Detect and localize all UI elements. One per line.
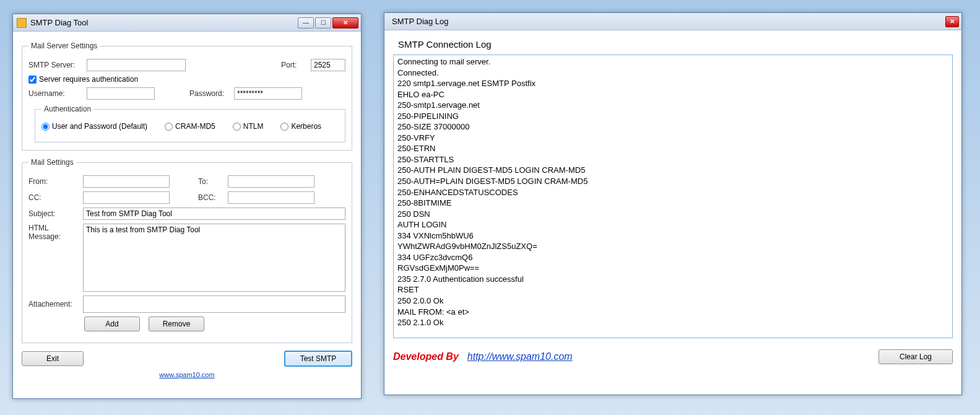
authentication-legend: Authentication [41, 105, 93, 113]
cc-label: CC: [28, 193, 78, 202]
html-message-textarea[interactable] [83, 224, 345, 292]
add-button[interactable]: Add [84, 317, 140, 331]
log-textbox[interactable]: Connecting to mail server. Connected. 22… [393, 55, 953, 338]
mail-settings-legend: Mail Settings [28, 158, 76, 167]
requires-auth-checkbox[interactable]: Server requires authentication [28, 75, 138, 84]
mail-server-settings-group: Mail Server Settings SMTP Server: Port: … [22, 42, 352, 151]
smtp-server-label: SMTP Server: [28, 61, 82, 69]
titlebar[interactable]: SMTP Diag Tool — ☐ ✕ [13, 14, 361, 32]
mail-server-settings-legend: Mail Server Settings [28, 42, 100, 50]
cc-input[interactable] [83, 191, 170, 204]
subject-input[interactable] [83, 208, 345, 220]
requires-auth-check[interactable] [28, 76, 37, 84]
log-heading: SMTP Connection Log [398, 39, 953, 50]
smtp-diag-tool-window: SMTP Diag Tool — ☐ ✕ Mail Server Setting… [12, 14, 362, 399]
clear-log-button[interactable]: Clear Log [878, 349, 953, 364]
html-message-label: HTML Message: [28, 224, 78, 241]
bcc-label: BCC: [198, 193, 223, 202]
smtp-diag-log-window: SMTP Diag Log ✕ SMTP Connection Log Conn… [384, 12, 962, 395]
port-input[interactable] [311, 59, 345, 71]
from-label: From: [28, 177, 78, 186]
username-input[interactable] [87, 87, 155, 100]
password-input[interactable] [234, 87, 302, 100]
bcc-input[interactable] [228, 191, 314, 204]
auth-ntlm-radio[interactable]: NTLM [233, 122, 264, 131]
subject-label: Subject: [28, 209, 78, 218]
log-window-title: SMTP Diag Log [388, 17, 945, 26]
log-titlebar[interactable]: SMTP Diag Log ✕ [384, 13, 961, 30]
developed-by-label: Developed By [393, 351, 459, 362]
attachment-input[interactable] [83, 295, 345, 313]
exit-button[interactable]: Exit [22, 351, 84, 366]
attachment-label: Attachement: [28, 300, 78, 308]
from-input[interactable] [83, 175, 170, 188]
to-input[interactable] [228, 175, 314, 188]
remove-button[interactable]: Remove [149, 317, 204, 331]
auth-cram-radio[interactable]: CRAM-MD5 [165, 122, 215, 131]
to-label: To: [198, 177, 223, 186]
authentication-group: Authentication User and Password (Defaul… [35, 105, 345, 142]
close-button[interactable]: ✕ [332, 17, 358, 28]
maximize-button[interactable]: ☐ [315, 17, 331, 28]
requires-auth-label: Server requires authentication [39, 75, 138, 84]
app-icon [17, 18, 27, 28]
port-label: Port: [281, 61, 306, 69]
auth-kerberos-radio[interactable]: Kerberos [280, 122, 321, 131]
window-title: SMTP Diag Tool [30, 18, 298, 27]
footer-link[interactable]: www.spam10.com [159, 371, 214, 378]
mail-settings-group: Mail Settings From: To: CC: BCC: Subject… [22, 158, 352, 343]
smtp-server-input[interactable] [87, 59, 186, 71]
username-label: Username: [28, 89, 82, 98]
password-label: Password: [189, 89, 229, 98]
auth-default-radio[interactable]: User and Password (Default) [41, 122, 147, 131]
test-smtp-button[interactable]: Test SMTP [284, 351, 352, 367]
minimize-button[interactable]: — [298, 17, 314, 28]
developed-by-link[interactable]: http://www.spam10.com [467, 351, 573, 362]
log-close-button[interactable]: ✕ [945, 16, 959, 27]
